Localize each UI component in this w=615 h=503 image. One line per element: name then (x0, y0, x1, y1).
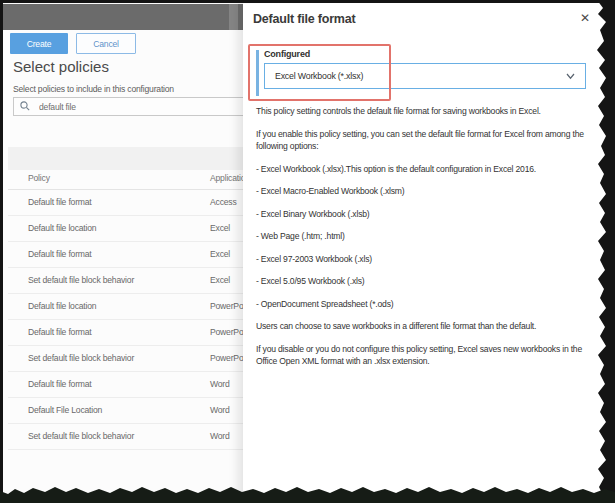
portal-header-notch (229, 4, 238, 30)
table-row[interactable]: Default file location Excel (8, 216, 243, 242)
policy-column-header: Policy (28, 168, 50, 189)
policy-cell: Default File Location (28, 398, 102, 423)
policy-cell: Set default file block behavior (28, 268, 134, 293)
description-bullet: - Excel 97-2003 Workbook (.xls) (256, 253, 592, 266)
screenshot-stage: Create Cancel Select policies Select pol… (0, 0, 615, 503)
table-toolbar-band (8, 147, 243, 170)
policy-cell: Default file format (28, 320, 92, 345)
application-cell: PowerPoint (210, 320, 243, 345)
annotation-highlight (248, 44, 391, 101)
select-policies-page: Create Cancel Select policies Select pol… (0, 0, 243, 503)
application-cell: PowerPoint (210, 294, 243, 319)
application-cell: Word (210, 424, 230, 449)
description-bullet: - Excel 5.0/95 Workbook (.xls) (256, 275, 592, 288)
table-row[interactable]: Default File Location Word (8, 398, 243, 424)
application-cell: PowerPoint (210, 346, 243, 371)
table-row[interactable]: Default file format PowerPoint (8, 320, 243, 346)
description-bullet: - Excel Binary Workbook (.xlsb) (256, 208, 592, 221)
application-cell: Excel (210, 242, 230, 267)
table-row[interactable]: Set default file block behavior Excel (8, 268, 243, 294)
description-bullet: - Excel Macro-Enabled Workbook (.xlsm) (256, 185, 592, 198)
policy-cell: Default file location (28, 294, 96, 319)
application-column-header: Application (210, 168, 243, 189)
table-header-row: Policy Application (8, 168, 243, 190)
create-button[interactable]: Create (10, 33, 68, 54)
description-paragraph: If you disable or you do not configure t… (256, 343, 592, 368)
table-row[interactable]: Set default file block behavior Word (8, 424, 243, 450)
search-icon (20, 101, 30, 111)
portal-header-band (3, 4, 243, 30)
description-bullet: - Excel Workbook (.xlsx).This option is … (256, 163, 592, 176)
application-cell: Excel (210, 268, 230, 293)
policy-cell: Default file format (28, 372, 92, 397)
policies-table: Policy Application Default file format A… (8, 168, 243, 450)
table-row[interactable]: Default file format Excel (8, 242, 243, 268)
table-row[interactable]: Default file format Access (8, 190, 243, 216)
policy-cell: Default file format (28, 242, 92, 267)
description-bullet: - Web Page (.htm; .html) (256, 230, 592, 243)
chevron-down-icon (566, 73, 575, 80)
application-cell: Word (210, 398, 230, 423)
description-bullet: - OpenDocument Spreadsheet (*.ods) (256, 298, 592, 311)
policy-description: This policy setting controls the default… (256, 105, 592, 378)
description-paragraph: This policy setting controls the default… (256, 105, 592, 118)
table-row[interactable]: Default file location PowerPoint (8, 294, 243, 320)
default-file-format-flyout: Default file format ✕ Configured Excel W… (243, 0, 615, 503)
policy-cell: Default file format (28, 190, 92, 215)
description-paragraph: Users can choose to save workbooks in a … (256, 320, 592, 333)
application-cell: Word (210, 372, 230, 397)
page-title: Select policies (13, 58, 109, 75)
cancel-button[interactable]: Cancel (76, 33, 136, 54)
table-row[interactable]: Set default file block behavior PowerPoi… (8, 346, 243, 372)
policy-cell: Default file location (28, 216, 96, 241)
table-row[interactable]: Default file format Word (8, 372, 243, 398)
application-cell: Excel (210, 216, 230, 241)
application-cell: Access (210, 190, 237, 215)
close-icon[interactable]: ✕ (576, 9, 594, 27)
policy-cell: Set default file block behavior (28, 424, 134, 449)
description-paragraph: If you enable this policy setting, you c… (256, 128, 592, 153)
policy-cell: Set default file block behavior (28, 346, 134, 371)
page-subtitle: Select policies to include in this confi… (13, 84, 174, 94)
search-input[interactable] (13, 97, 243, 116)
flyout-title: Default file format (253, 12, 355, 26)
